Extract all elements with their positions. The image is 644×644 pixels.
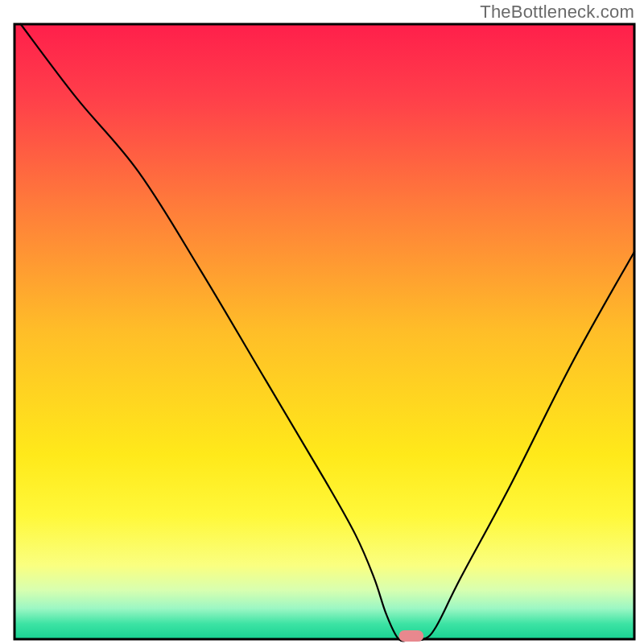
plot-background xyxy=(14,24,634,639)
bottleneck-chart: TheBottleneck.com xyxy=(0,0,644,644)
chart-svg xyxy=(0,0,644,644)
optimal-zone-marker xyxy=(398,630,423,642)
watermark-text: TheBottleneck.com xyxy=(480,2,634,23)
